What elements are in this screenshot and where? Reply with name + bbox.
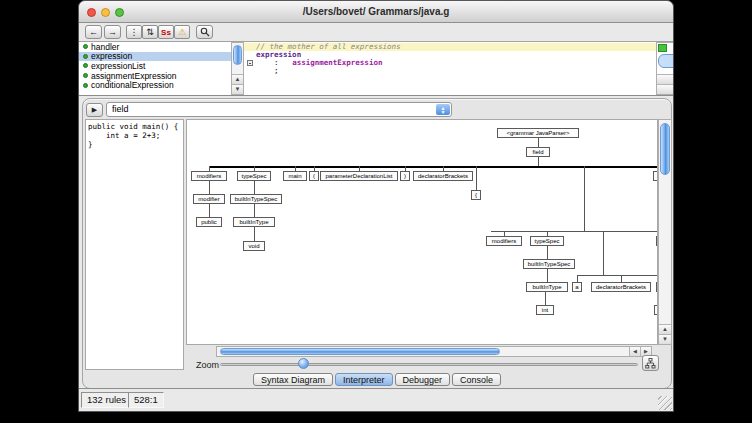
- upper-split: handlerexpressionexpressionListassignmen…: [79, 41, 674, 96]
- find-button[interactable]: [196, 25, 213, 39]
- tree-node-typeSpec[interactable]: typeSpec: [237, 171, 271, 181]
- scroll-down-icon[interactable]: ▼: [657, 84, 674, 94]
- editor-scrollbar-thumb[interactable]: [658, 54, 674, 68]
- grammar-editor[interactable]: // the mother of all expressionsexpressi…: [244, 42, 656, 95]
- tab-interpreter[interactable]: Interpreter: [335, 373, 393, 386]
- tree-edge: [584, 166, 585, 231]
- zoom-slider-track[interactable]: [220, 363, 638, 366]
- tab-console[interactable]: Console: [452, 373, 501, 386]
- tree-node-{[interactable]: {: [471, 190, 481, 200]
- zoom-slider-thumb[interactable]: [298, 358, 309, 369]
- scroll-down-icon[interactable]: ▼: [659, 334, 671, 344]
- tree-node-<grammar JavaParser>[interactable]: <grammar JavaParser>: [497, 128, 579, 138]
- parse-tree[interactable]: <grammar JavaParser>fieldmodifierstypeSp…: [186, 119, 658, 345]
- title-bar[interactable]: /Users/bovet/ Grammars/java.g: [79, 1, 673, 23]
- zoom-label: Zoom: [196, 360, 219, 370]
- rules-scrollbar-thumb[interactable]: [233, 45, 242, 65]
- tree-hscroll-thumb[interactable]: [220, 348, 500, 355]
- status-bar: 132 rules 528:1: [79, 388, 673, 411]
- tree-node-parameterDeclarationList[interactable]: parameterDeclarationList: [320, 171, 398, 181]
- tree-node-([interactable]: (: [309, 171, 319, 181]
- play-icon: ▶: [92, 106, 97, 114]
- warnings-button[interactable]: ⚠: [174, 25, 190, 39]
- search-icon: [200, 27, 210, 37]
- rules-list-button[interactable]: ⋮: [126, 25, 142, 39]
- tree-vertical-scrollbar[interactable]: ▲ ▼: [658, 119, 672, 345]
- tree-node-field[interactable]: field: [526, 147, 550, 157]
- input-line: int a = 2+3;: [88, 131, 183, 140]
- scroll-up-icon[interactable]: ▲: [232, 74, 243, 84]
- tree-node-)[interactable]: ): [400, 171, 410, 181]
- warning-icon: ⚠: [178, 27, 186, 37]
- tab-syntax-diagram[interactable]: Syntax Diagram: [253, 373, 333, 386]
- combo-arrows-icon[interactable]: ▲▼: [436, 104, 450, 115]
- rule-item-handler[interactable]: handler: [79, 42, 231, 52]
- editor-line[interactable]: : assignmentExpression: [244, 59, 656, 67]
- tree-node-typeSpec[interactable]: typeSpec: [530, 236, 564, 246]
- syntax-coloring-button[interactable]: Ss: [158, 25, 174, 39]
- tree-node-modifiers[interactable]: modifiers: [486, 236, 522, 246]
- rule-item-expressionList[interactable]: expressionList: [79, 61, 231, 71]
- tree-node-builtInType[interactable]: builtInType: [526, 282, 568, 292]
- editor-scrollbar[interactable]: ▲ ▼: [656, 42, 674, 95]
- rule-item-assignmentExpression[interactable]: assignmentExpression: [79, 71, 231, 81]
- tree-node-public[interactable]: public: [196, 217, 222, 227]
- tree-node-builtInTypeSpec[interactable]: builtInTypeSpec: [230, 194, 282, 204]
- tree-edge: [547, 246, 548, 259]
- tab-debugger[interactable]: Debugger: [395, 373, 451, 386]
- tree-edge: [476, 166, 477, 190]
- rule-label: expression: [91, 51, 132, 61]
- tree-horizontal-scrollbar[interactable]: ◀ ▶: [216, 346, 652, 357]
- editor-line[interactable]: // the mother of all expressions: [244, 43, 656, 51]
- run-button[interactable]: ▶: [86, 103, 103, 117]
- back-icon: ←: [89, 27, 98, 37]
- rule-combo[interactable]: field ▲▼: [106, 102, 452, 117]
- tree-node-builtInTypeSpec[interactable]: builtInTypeSpec: [523, 259, 575, 269]
- zoom-slider[interactable]: [220, 357, 638, 371]
- tree-node-declaratorBrackets[interactable]: declaratorBrackets: [413, 171, 473, 181]
- rule-item-conditionalExpression[interactable]: conditionalExpression: [79, 80, 231, 90]
- tree-edge: [577, 275, 578, 282]
- sort-rules-button[interactable]: ⇅: [142, 25, 158, 39]
- scroll-up-icon[interactable]: ▲: [659, 324, 671, 334]
- rule-state-icon: [83, 73, 88, 78]
- tree-edge: [254, 204, 255, 217]
- tree-node-main[interactable]: main: [283, 171, 307, 181]
- tree-edge: [209, 204, 210, 217]
- tree-node-int[interactable]: int: [536, 305, 554, 315]
- tree-edge: [547, 269, 548, 282]
- resize-grip[interactable]: [658, 396, 672, 410]
- tree-node-void[interactable]: void: [243, 241, 265, 251]
- sort-icon: ⇅: [146, 27, 154, 37]
- tree-node-modifiers[interactable]: modifiers: [191, 171, 227, 181]
- rule-item-expression[interactable]: expression: [79, 52, 231, 62]
- tree-edge: [538, 138, 539, 147]
- tree-node-modifier[interactable]: modifier: [193, 194, 225, 204]
- tree-node-a[interactable]: a: [572, 282, 582, 292]
- rule-state-icon: [83, 63, 88, 68]
- tree-vscroll-thumb[interactable]: [660, 123, 670, 175]
- tree-edge: [577, 275, 658, 276]
- scroll-left-icon[interactable]: ◀: [629, 347, 640, 356]
- editor-line[interactable]: ;: [244, 67, 656, 75]
- scroll-down-icon[interactable]: ▼: [232, 84, 243, 94]
- tree-node-declaratorBrackets[interactable]: declaratorBrackets: [591, 282, 651, 292]
- tree-node-builtInType[interactable]: builtInType: [233, 217, 275, 227]
- rule-state-icon: [83, 54, 88, 59]
- back-button[interactable]: ←: [85, 25, 102, 39]
- interpreter-panel: ▶ field ▲▼ public void main() { int a = …: [82, 98, 672, 389]
- input-line: }: [88, 140, 183, 149]
- forward-button[interactable]: →: [104, 25, 121, 39]
- rules-scrollbar[interactable]: ▲ ▼: [231, 42, 244, 95]
- tree-view-button[interactable]: [642, 355, 659, 371]
- tree-edge: [491, 231, 658, 232]
- fold-icon[interactable]: [247, 60, 253, 66]
- editor-lines: // the mother of all expressionsexpressi…: [244, 43, 656, 75]
- toolbar: ← → ⋮ ⇅ Ss ⚠: [79, 23, 673, 41]
- scroll-up-icon[interactable]: ▲: [657, 74, 674, 84]
- rules-list[interactable]: handlerexpressionexpressionListassignmen…: [79, 42, 231, 95]
- interpreter-input[interactable]: public void main() { int a = 2+3;}: [85, 119, 184, 370]
- tree-edge: [538, 157, 539, 166]
- editor-gutter: [244, 59, 256, 67]
- tree-icon: [645, 358, 656, 369]
